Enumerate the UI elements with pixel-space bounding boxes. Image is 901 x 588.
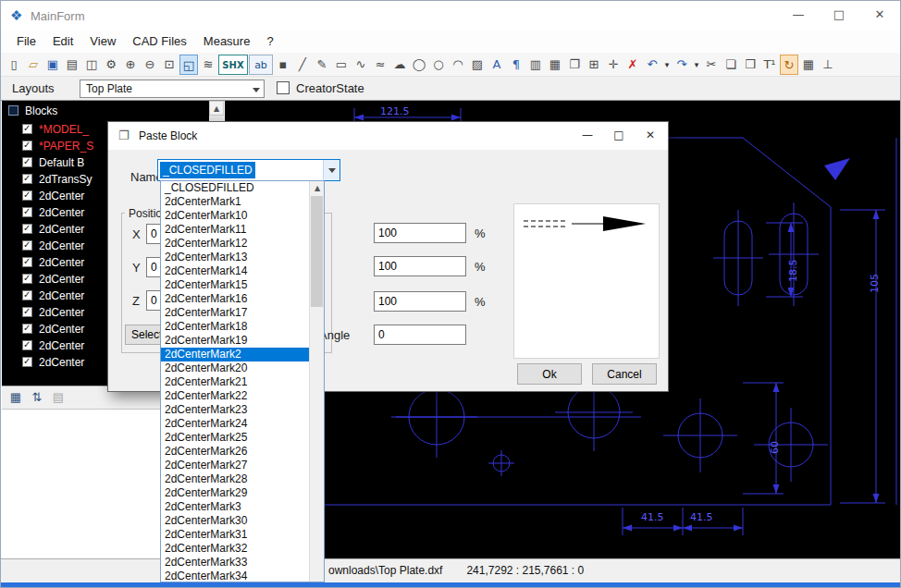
checkbox-checked-icon[interactable] [22, 207, 32, 217]
ellipse-tool-icon[interactable]: ◯ [410, 55, 428, 75]
maximize-icon[interactable]: □ [819, 1, 859, 29]
dropdown-item[interactable]: 2dCenterMark28 [161, 472, 310, 486]
checkbox-checked-icon[interactable] [22, 240, 32, 251]
dropdown-item[interactable]: 2dCenterMark3 [161, 500, 310, 514]
dropdown-item[interactable]: 2dCenterMark17 [161, 306, 310, 320]
cut-icon[interactable]: ✂ [702, 55, 721, 75]
text-tool-icon[interactable]: A [488, 55, 506, 75]
chevron-down-icon[interactable] [253, 88, 260, 92]
fit-view-icon[interactable]: ◱ [179, 55, 198, 75]
xref-icon[interactable]: ⊞ [585, 55, 603, 75]
perpendicular-icon[interactable]: ⊥ [819, 55, 837, 75]
scale-y-input[interactable] [374, 256, 466, 276]
dropdown-item[interactable]: 2dCenterMark1 [161, 195, 310, 209]
dropdown-item[interactable]: 2dCenterMark23 [161, 403, 310, 417]
rectangle-tool-icon[interactable]: ▭ [332, 55, 351, 75]
dropdown-item[interactable]: 2dCenterMark26 [161, 445, 310, 459]
refresh-icon[interactable]: ↻ [780, 55, 798, 75]
arc-tool-icon[interactable]: ◠ [449, 55, 467, 75]
scroll-up-icon[interactable]: ▲ [209, 101, 224, 116]
redo-icon[interactable]: ↷ [673, 55, 691, 75]
layout-select[interactable]: Top Plate [80, 80, 265, 98]
insert-block-icon[interactable]: ❐ [565, 55, 584, 75]
menu-item[interactable]: View [81, 31, 124, 53]
menu-item[interactable]: Edit [44, 31, 81, 53]
mtext-tool-icon[interactable]: ¶ [507, 55, 525, 75]
dropdown-item[interactable]: 2dCenterMark14 [161, 264, 310, 278]
close-icon[interactable]: ✕ [859, 1, 900, 29]
zoom-window-icon[interactable]: ⊡ [160, 55, 179, 75]
dropdown-item[interactable]: 2dCenterMark15 [161, 278, 310, 292]
dropdown-item[interactable]: 2dCenterMark16 [161, 292, 310, 306]
dropdown-item[interactable]: 2dCenterMark20 [161, 361, 310, 375]
text-style-icon[interactable]: ab [249, 55, 273, 75]
menu-item[interactable]: File [8, 31, 44, 53]
checkbox-checked-icon[interactable] [22, 141, 32, 151]
image-icon[interactable]: ▥ [526, 55, 545, 75]
checkbox-checked-icon[interactable] [22, 190, 32, 201]
alphabetical-icon[interactable]: ⇅ [28, 388, 46, 407]
menu-item[interactable]: Measure [195, 31, 259, 53]
dropdown-item[interactable]: 2dCenterMark11 [161, 223, 310, 237]
checkbox-checked-icon[interactable] [22, 290, 32, 300]
copy-icon[interactable]: ❏ [722, 55, 740, 75]
checkbox-checked-icon[interactable] [22, 307, 32, 317]
scale-z-input[interactable] [374, 291, 466, 312]
dropdown-item[interactable]: 2dCenterMark24 [161, 417, 310, 431]
dialog-minimize-icon[interactable]: — [572, 122, 603, 148]
dropdown-item[interactable]: 2dCenterMark30 [161, 514, 310, 528]
paste-icon[interactable]: ❒ [741, 55, 759, 75]
scrollbar-thumb[interactable] [311, 196, 323, 307]
dropdown-item[interactable]: 2dCenterMark21 [161, 375, 310, 389]
undo-icon[interactable]: ↶ [643, 55, 661, 75]
dropdown-item[interactable]: 2dCenterMark34 [161, 570, 310, 582]
dropdown-item[interactable]: 2dCenterMark2 [161, 348, 310, 361]
ok-button[interactable]: Ok [517, 363, 582, 385]
linetype-icon[interactable]: ≋ [199, 55, 217, 75]
shx-fonts-button[interactable]: SHX [218, 55, 248, 75]
cancel-button[interactable]: Cancel [592, 363, 657, 385]
dropdown-item[interactable]: 2dCenterMark13 [161, 251, 310, 264]
dropdown-item[interactable]: 2dCenterMark12 [161, 237, 310, 251]
dropdown-item[interactable]: 2dCenterMark10 [161, 209, 310, 223]
zoom-out-icon[interactable]: ⊖ [141, 55, 159, 75]
dropdown-item[interactable]: 2dCenterMark22 [161, 389, 310, 403]
revcloud-tool-icon[interactable]: ☁ [390, 55, 409, 75]
annotation-icon[interactable]: T¹ [760, 55, 779, 75]
checkbox-checked-icon[interactable] [22, 124, 32, 134]
dialog-maximize-icon[interactable]: □ [603, 122, 635, 148]
scroll-up-icon[interactable]: ▲ [310, 181, 325, 195]
sketch-tool-icon[interactable]: ✎ [313, 55, 331, 75]
checkbox-checked-icon[interactable] [22, 174, 32, 184]
dialog-title-bar[interactable]: ❐ Paste Block — □ ✕ [108, 122, 668, 150]
zoom-in-icon[interactable]: ⊕ [121, 55, 140, 75]
polyline-tool-icon[interactable]: ∿ [352, 55, 370, 75]
hatch-tool-icon[interactable]: ▨ [468, 55, 487, 75]
dropdown-scrollbar[interactable]: ▲ [309, 181, 324, 582]
dropdown-item[interactable]: _CLOSEDFILLED [161, 181, 310, 195]
categorized-icon[interactable]: ▦ [6, 388, 25, 407]
undo-menu-icon[interactable]: ▾ [662, 55, 672, 75]
dropdown-item[interactable]: 2dCenterMark18 [161, 320, 310, 334]
checkbox-checked-icon[interactable] [22, 257, 32, 267]
dropdown-item[interactable]: 2dCenterMark27 [161, 459, 310, 472]
menu-item[interactable]: CAD Files [124, 31, 195, 53]
print-icon[interactable]: ▤ [63, 55, 81, 75]
dropdown-item[interactable]: 2dCenterMark31 [161, 528, 310, 542]
circle-tool-icon[interactable]: ○ [429, 55, 448, 75]
table-icon[interactable]: ▦ [799, 55, 818, 75]
block-name-combobox[interactable]: _CLOSEDFILLED [157, 159, 340, 181]
spline-tool-icon[interactable]: ≈ [371, 55, 389, 75]
erase-icon[interactable]: ✗ [623, 55, 642, 75]
property-pages-icon[interactable]: ▤ [49, 388, 68, 407]
settings-icon[interactable]: ⚙ [102, 55, 120, 75]
angle-input[interactable] [374, 325, 466, 345]
dropdown-item[interactable]: 2dCenterMark19 [161, 334, 310, 348]
open-folder-icon[interactable]: ▱ [24, 55, 43, 75]
checkbox-checked-icon[interactable] [22, 357, 32, 367]
dropdown-item[interactable]: 2dCenterMark33 [161, 556, 310, 570]
checkbox-checked-icon[interactable] [22, 324, 32, 334]
new-file-icon[interactable]: ▯ [5, 55, 23, 75]
dropdown-item[interactable]: 2dCenterMark25 [161, 431, 310, 445]
combobox-dropdown-button[interactable] [323, 160, 339, 180]
